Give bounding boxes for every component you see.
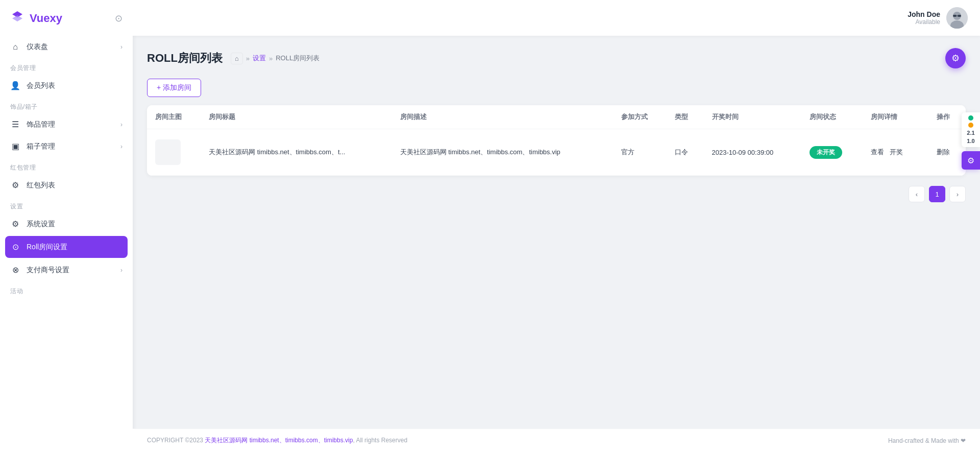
section-label-settings: 设置 [0,196,133,213]
sidebar: Vuexy ⊙ ⌂ 仪表盘 › 会员管理 👤 会员列表 饰品/箱子 ☰ 饰品管理… [0,0,133,452]
col-join-method: 参加方式 [613,105,667,129]
user-info[interactable]: John Doe Available [908,7,968,29]
col-room-detail: 房间详情 [863,105,929,129]
view-link[interactable]: 查看 [871,148,884,156]
logo-text: Vuexy [30,12,62,25]
breadcrumb-current: ROLL房间列表 [276,54,320,63]
user-status: Available [908,18,940,26]
target-icon[interactable]: ⊙ [115,13,122,24]
footer-copyright-prefix: COPYRIGHT ©2023 [147,437,205,444]
main-content: John Doe Available ROLL房间列表 [133,0,980,452]
green-dot-icon [968,115,973,121]
header: John Doe Available [133,0,980,36]
sidebar-item-box[interactable]: ▣ 箱子管理 › [0,135,133,157]
cell-room-status: 未开奖 [801,129,863,176]
col-actions: 操作 [928,105,966,129]
sidebar-item-label: 支付商号设置 [27,266,69,275]
svg-rect-4 [958,15,961,17]
footer-copyright-suffix: , All rights Reserved [353,437,407,444]
page-title: ROLL房间列表 [147,51,223,66]
cell-join-method: 官方 [613,129,667,176]
gear-icon: ⚙ [10,180,20,190]
cell-room-detail: 查看 开奖 [863,129,929,176]
section-label-activity: 活动 [0,281,133,298]
col-room-desc: 房间描述 [392,105,613,129]
section-label-redpacket: 红包管理 [0,157,133,174]
breadcrumb: ⌂ » 设置 » ROLL房间列表 [231,53,320,64]
sidebar-item-member-list[interactable]: 👤 会员列表 [0,75,133,97]
delete-link[interactable]: 删除 [937,148,950,156]
payment-icon: ⊗ [10,265,20,275]
cell-room-title: 天美社区源码网 timibbs.net、timibbs.com、t... [201,129,391,176]
sidebar-item-accessory[interactable]: ☰ 饰品管理 › [0,113,133,135]
table-header-row: 房间主图 房间标题 房间描述 参加方式 类型 开奖时间 房间状态 房间详情 操作 [147,105,966,129]
chevron-right-icon: › [120,121,122,128]
status-badge: 未开奖 [810,146,842,159]
footer: COPYRIGHT ©2023 天美社区源码网 timibbs.net、timi… [133,429,980,452]
footer-link-3[interactable]: timibbs.vip [324,437,353,444]
svg-rect-3 [953,15,957,17]
widget-settings-button[interactable]: ⚙ [962,151,980,170]
add-room-button[interactable]: + 添加房间 [147,79,201,97]
section-label-items: 饰品/箱子 [0,97,133,113]
col-room-image: 房间主图 [147,105,201,129]
footer-crafted: Hand-crafted & Made with ❤ [888,437,966,444]
page-header: ROLL房间列表 ⌂ » 设置 » ROLL房间列表 ⚙ [147,48,966,68]
widget-num1: 2.1 [967,130,974,136]
right-widgets: 2.1 1.0 ⚙ [962,112,980,170]
page-title-area: ROLL房间列表 ⌂ » 设置 » ROLL房间列表 [147,51,320,66]
cell-room-image [147,129,201,176]
settings-fab-button[interactable]: ⚙ [945,48,966,68]
footer-crafted-text: Hand-crafted & Made with ❤ [888,437,966,444]
col-open-time: 开奖时间 [704,105,801,129]
section-label-member: 会员管理 [0,58,133,75]
col-room-status: 房间状态 [801,105,863,129]
footer-link-2[interactable]: timibbs.com、 [285,437,324,444]
sidebar-item-label: 系统设置 [27,220,55,229]
sidebar-item-payment[interactable]: ⊗ 支付商号设置 › [0,259,133,281]
cell-type: 口令 [667,129,704,176]
breadcrumb-sep: » [246,55,250,62]
cell-actions: 删除 [928,129,966,176]
pagination: ‹ 1 › [147,186,966,202]
breadcrumb-home-icon[interactable]: ⌂ [231,53,243,64]
sidebar-logo: Vuexy ⊙ [0,0,133,36]
cell-open-time: 2023-10-09 00:39:00 [704,129,801,176]
gear-icon: ⚙ [10,219,20,229]
sidebar-item-system-settings[interactable]: ⚙ 系统设置 [0,213,133,235]
rooms-table: 房间主图 房间标题 房间描述 参加方式 类型 开奖时间 房间状态 房间详情 操作 [147,105,966,176]
circle-icon: ⊙ [10,242,20,252]
widget-num2: 1.0 [967,138,974,144]
sidebar-item-label: 仪表盘 [27,42,48,52]
sidebar-item-roll-room[interactable]: ⊙ Roll房间设置 [5,236,128,258]
page-body: ROLL房间列表 ⌂ » 设置 » ROLL房间列表 ⚙ + 添加房间 房间主图… [133,36,980,429]
sidebar-item-label: 箱子管理 [27,142,55,151]
cell-room-desc: 天美社区源码网 timibbs.net、timibbs.com、timibbs.… [392,129,613,176]
table-row: 天美社区源码网 timibbs.net、timibbs.com、t... 天美社… [147,129,966,176]
user-text: John Doe Available [908,10,940,26]
home-icon: ⌂ [10,42,20,52]
col-room-title: 房间标题 [201,105,391,129]
sidebar-item-dashboard[interactable]: ⌂ 仪表盘 › [0,36,133,58]
sidebar-item-label: 饰品管理 [27,120,55,129]
chevron-right-icon: › [120,143,122,150]
breadcrumb-sep2: » [269,55,273,62]
col-type: 类型 [667,105,704,129]
chevron-right-icon: › [120,43,122,51]
yellow-dot-icon [968,123,973,128]
page-1-button[interactable]: 1 [929,186,945,202]
sidebar-item-label: 红包列表 [27,181,55,190]
room-image [155,139,181,165]
open-link[interactable]: 开奖 [890,148,903,156]
avatar[interactable] [946,7,968,29]
user-icon: 👤 [10,81,20,90]
next-page-button[interactable]: › [949,186,966,202]
rooms-table-card: 房间主图 房间标题 房间描述 参加方式 类型 开奖时间 房间状态 房间详情 操作 [147,105,966,176]
prev-page-button[interactable]: ‹ [909,186,925,202]
sidebar-item-label: 会员列表 [27,81,55,90]
breadcrumb-link-settings[interactable]: 设置 [253,54,266,63]
footer-link-1[interactable]: 天美社区源码网 timibbs.net、 [205,437,285,444]
user-name: John Doe [908,10,940,18]
footer-copyright: COPYRIGHT ©2023 天美社区源码网 timibbs.net、timi… [147,436,407,445]
sidebar-item-redpacket[interactable]: ⚙ 红包列表 [0,174,133,196]
